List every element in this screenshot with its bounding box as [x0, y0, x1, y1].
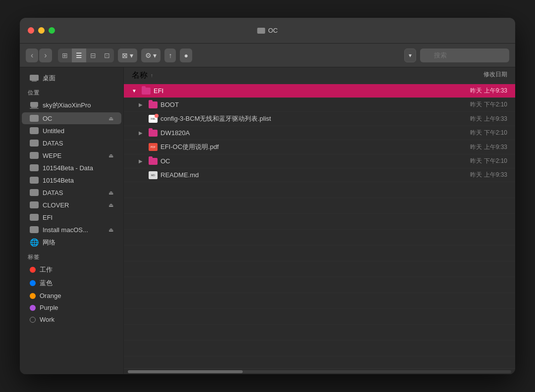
folder-icon-boot: [149, 101, 158, 108]
tag-button[interactable]: ●: [180, 49, 192, 62]
sidebar-label-network: 网络: [43, 238, 55, 247]
sidebar-item-desktop[interactable]: 桌面: [22, 72, 121, 85]
plist-icon: XML: [149, 115, 158, 123]
traffic-lights: [28, 27, 55, 34]
desktop-icon: [30, 74, 39, 82]
sidebar-tag-work2[interactable]: Work: [22, 314, 121, 325]
expand-arrow-efi: ▼: [132, 88, 139, 94]
sidebar-tag-orange-label: Orange: [40, 292, 61, 299]
toolbar: ‹ › ⊞ ☰ ⊟ ⊡ ⊠ ▾ ⚙ ▾ ↑ ● ▾ 🔍: [20, 44, 515, 67]
sidebar-item-clover[interactable]: CLOVER ⏏: [22, 199, 121, 211]
10154data-icon: [30, 164, 39, 172]
file-row-readme[interactable]: MD README.md 昨天 上午9:33: [124, 168, 515, 182]
expand-arrow-dw1820a: ▶: [139, 130, 146, 136]
sidebar-item-datas1[interactable]: DATAS: [22, 137, 121, 149]
sidebar-item-efi[interactable]: EFI: [22, 211, 121, 223]
window-title: OC: [268, 27, 278, 34]
pdf-icon: PDF: [149, 143, 158, 151]
sidebar-tag-orange[interactable]: Orange: [22, 290, 121, 301]
network-icon: 🌐: [30, 239, 39, 246]
eject-icon-datas2[interactable]: ⏏: [108, 190, 113, 196]
filedate-boot: 昨天 下午2:10: [428, 100, 507, 109]
sidebar-item-wepe[interactable]: WEPE ⏏: [22, 149, 121, 161]
eject-icon-clover[interactable]: ⏏: [108, 202, 113, 208]
scrollbar-thumb[interactable]: [128, 370, 243, 373]
sidebar-label-datas2: DATAS: [43, 189, 63, 196]
search-input[interactable]: [420, 49, 509, 62]
sidebar-item-10154data[interactable]: 10154Beta - Data: [22, 162, 121, 174]
column-header-date[interactable]: 修改日期: [428, 70, 507, 81]
md-icon: MD: [149, 171, 158, 179]
file-list-header: 名称 ↑ 修改日期: [124, 67, 515, 84]
empty-row-7: [124, 277, 515, 293]
sidebar-tag-work2-label: Work: [40, 316, 54, 323]
close-button[interactable]: [28, 27, 34, 34]
tag-dot-work: [30, 267, 36, 273]
filename-efi: EFI: [154, 87, 163, 95]
group-button[interactable]: ⊠ ▾: [118, 49, 137, 62]
file-row-boot[interactable]: ▶ BOOT 昨天 下午2:10: [124, 98, 515, 112]
view-list-button[interactable]: ☰: [72, 49, 86, 62]
filename-readme: README.md: [160, 171, 199, 179]
drive-icon: [257, 28, 265, 34]
tag-dot-purple: [30, 305, 36, 311]
action-button[interactable]: ⚙ ▾: [141, 49, 161, 62]
empty-row-9: [124, 309, 515, 325]
sidebar-tag-work[interactable]: 工作: [22, 263, 121, 276]
sidebar-item-datas2[interactable]: DATAS ⏏: [22, 187, 121, 198]
file-row-efi[interactable]: ▼ EFI 昨天 上午9:33: [124, 84, 515, 98]
column-header-name[interactable]: 名称 ↑: [132, 70, 428, 81]
tag-dot-work2: [30, 317, 36, 323]
sidebar-label-clover: CLOVER: [43, 201, 69, 209]
view-gallery-button[interactable]: ⊡: [100, 49, 114, 62]
filedate-oc-folder: 昨天 下午2:10: [428, 157, 507, 165]
sidebar-label-desktop: 桌面: [43, 74, 55, 83]
view-column-button[interactable]: ⊟: [86, 49, 100, 62]
forward-button[interactable]: ›: [39, 49, 52, 62]
file-row-dw1820a[interactable]: ▶ DW1820A 昨天 下午2:10: [124, 126, 515, 140]
svg-rect-1: [32, 81, 37, 82]
window-title-area: OC: [257, 27, 278, 34]
eject-icon-install[interactable]: ⏏: [108, 227, 113, 233]
sidebar-tag-purple[interactable]: Purple: [22, 302, 121, 313]
sidebar-label-10154data: 10154Beta - Data: [43, 164, 93, 172]
untitled-icon: [30, 127, 39, 135]
horizontal-scrollbar[interactable]: [124, 368, 515, 374]
sidebar-item-untitled[interactable]: Untitled: [22, 125, 121, 137]
filedate-plist: 昨天 上午9:33: [428, 115, 507, 123]
filedate-pdf: 昨天 上午9:33: [428, 143, 507, 151]
fullscreen-button[interactable]: [49, 27, 55, 34]
file-row-pdf[interactable]: PDF EFI-OC使用说明.pdf 昨天 上午9:33: [124, 140, 515, 154]
filedate-readme: 昨天 上午9:33: [428, 171, 507, 179]
oc-icon: [30, 114, 39, 122]
minimize-button[interactable]: [38, 27, 45, 34]
eject-icon-wepe[interactable]: ⏏: [108, 152, 113, 159]
efi-icon: [30, 213, 39, 221]
empty-row-4: [124, 230, 515, 245]
sidebar-label-mac: sky的XiaoXinPro: [43, 101, 91, 110]
sidebar-item-10154[interactable]: 10154Beta: [22, 174, 121, 186]
file-row-plist[interactable]: XML config-3-BCM无线和蓝牙驱动列表.plist 昨天 上午9:3…: [124, 112, 515, 126]
sidebar-tag-work-label: 工作: [40, 265, 53, 274]
sidebar-item-mac[interactable]: sky的XiaoXinPro: [22, 99, 121, 112]
nav-buttons: ‹ ›: [26, 49, 52, 62]
expand-arrow-oc-folder: ▶: [139, 158, 146, 164]
sidebar-label-install: Install macOS...: [43, 226, 88, 234]
eject-icon-oc[interactable]: ⏏: [108, 115, 113, 122]
sidebar-tag-blue[interactable]: 蓝色: [22, 277, 121, 290]
folder-icon-dw1820a: [149, 130, 158, 137]
datas1-icon: [30, 139, 39, 147]
sidebar-item-network[interactable]: 🌐 网络: [22, 236, 121, 249]
view-icon-button[interactable]: ⊞: [58, 49, 72, 62]
empty-row-10: [124, 325, 515, 341]
tag-dot-orange: [30, 293, 36, 299]
sidebar-item-install[interactable]: Install macOS... ⏏: [22, 224, 121, 236]
empty-row-12: [124, 356, 515, 368]
file-row-oc-folder[interactable]: ▶ OC 昨天 下午2:10: [124, 154, 515, 168]
sidebar-item-oc[interactable]: OC ⏏: [22, 112, 121, 124]
sidebar-tag-blue-label: 蓝色: [40, 279, 53, 288]
filename-plist: config-3-BCM无线和蓝牙驱动列表.plist: [160, 114, 271, 123]
share-button[interactable]: ↑: [164, 49, 176, 62]
back-button[interactable]: ‹: [26, 49, 38, 62]
sort-dropdown[interactable]: ▾: [404, 49, 416, 62]
